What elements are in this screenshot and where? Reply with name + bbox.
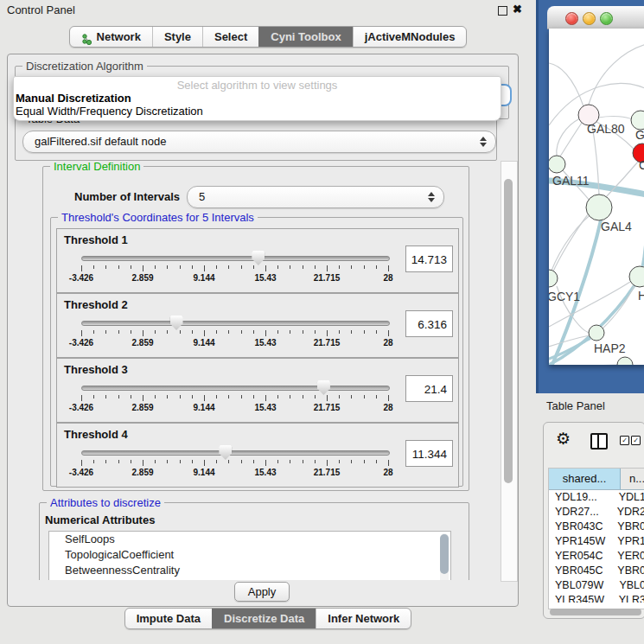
table-data-combobox[interactable]: galFiltered.sif default node <box>22 131 496 153</box>
network-edge[interactable] <box>549 282 630 327</box>
column-header-name[interactable]: n... <box>621 469 644 489</box>
minimize-traffic-light-icon[interactable] <box>583 12 596 25</box>
slider-track[interactable] <box>81 321 390 326</box>
tab-network[interactable]: Network <box>70 27 152 47</box>
slider-tick <box>228 330 229 334</box>
gear-icon[interactable]: ⚙ <box>556 430 571 449</box>
threshold-value-field[interactable]: 14.713 <box>405 245 453 272</box>
panel-scrollbar[interactable] <box>501 161 518 582</box>
network-edge[interactable] <box>549 63 583 106</box>
network-edge[interactable] <box>557 118 580 156</box>
network-canvas[interactable]: GAL80GACGAL11GAL4GCY1HHAP2 <box>549 29 644 365</box>
table-row[interactable]: YDL19...YDL1 <box>549 490 644 505</box>
slider-track[interactable] <box>81 256 390 261</box>
table-row[interactable]: YDR27...YDR2 <box>549 505 644 520</box>
slider-tick <box>118 460 119 463</box>
slider-tick <box>180 460 181 463</box>
select-all-checkbox-icon[interactable]: ✓ <box>620 436 629 445</box>
slider-thumb[interactable] <box>252 251 265 265</box>
slider-tick-label: 2.859 <box>131 403 153 412</box>
threshold-value-field[interactable]: 21.4 <box>405 375 453 402</box>
slider-tick <box>155 265 156 269</box>
number-of-intervals-combobox[interactable]: 5 <box>187 186 444 208</box>
network-edge[interactable] <box>598 117 632 119</box>
network-node-ga[interactable] <box>631 111 644 130</box>
close-icon[interactable]: ✖ <box>513 3 522 16</box>
number-of-intervals-label: Number of Intervals <box>74 190 180 203</box>
tab-jactivemnodules[interactable]: jActiveMNodules <box>353 27 467 47</box>
slider-track[interactable] <box>81 386 390 391</box>
slider-tick <box>290 330 290 334</box>
threshold-label: Threshold 4 <box>64 428 128 441</box>
table-panel: ⚙ ✓ ✓ shared... n... YDL19...YDL1YDR27..… <box>543 422 644 619</box>
select-none-checkbox-icon[interactable]: ✓ <box>631 436 641 445</box>
table-row[interactable]: YBR045CYBR0 <box>549 564 644 578</box>
threshold-value-field[interactable]: 11.344 <box>405 440 453 467</box>
network-edge[interactable] <box>552 214 588 273</box>
slider-tick-label: 9.144 <box>193 468 214 477</box>
number-of-intervals-value: 5 <box>199 190 205 203</box>
split-columns-icon[interactable] <box>590 433 608 450</box>
slider-thumb[interactable] <box>317 380 330 395</box>
column-header-shared-name[interactable]: shared... <box>549 469 621 489</box>
bottom-tab-infer-network[interactable]: Infer Network <box>316 609 411 628</box>
slider-tick <box>315 460 316 463</box>
slider-tick-label: -3.426 <box>69 403 93 412</box>
slider-tick <box>388 395 389 401</box>
network-node-gal11[interactable] <box>549 156 565 173</box>
dropdown-item-manual[interactable]: Manual Discretization <box>16 92 131 105</box>
network-node-hap2[interactable] <box>589 325 604 341</box>
slider-tick <box>253 330 254 334</box>
table-row[interactable]: YBL079WYBL0 <box>549 578 644 593</box>
slider-tick <box>131 330 131 334</box>
network-node-gal4[interactable] <box>586 194 612 220</box>
table-horizontal-scrollbar[interactable] <box>550 609 641 615</box>
panel-scrollbar-thumb[interactable] <box>504 179 513 483</box>
network-edge[interactable] <box>589 44 644 105</box>
cell-name: YBR0 <box>615 520 644 534</box>
cell-name: YLR3 <box>616 593 644 603</box>
close-traffic-light-icon[interactable] <box>565 12 578 25</box>
dropdown-item-equal-width[interactable]: Equal Width/Frequency Discretization <box>16 105 203 118</box>
table-row[interactable]: YLR345WYLR3 <box>549 593 644 603</box>
control-panel-titlebar: Control Panel ✖ <box>0 0 536 21</box>
attribute-list-item[interactable]: TopologicalCoefficient <box>49 547 450 563</box>
float-window-icon[interactable] <box>498 6 507 16</box>
zoom-traffic-light-icon[interactable] <box>600 12 613 25</box>
table-row[interactable]: YPR145WYPR1 <box>549 534 644 549</box>
list-scrollbar[interactable] <box>440 533 449 580</box>
slider-track[interactable] <box>81 450 390 456</box>
table-row[interactable]: YBR043CYBR0 <box>549 520 644 534</box>
bottom-tab-discretize-data[interactable]: Discretize Data <box>212 609 316 628</box>
table-row[interactable]: YER054CYER0 <box>549 549 644 564</box>
slider-tick <box>180 330 181 334</box>
slider-tick-label: 15.43 <box>254 338 276 348</box>
network-edge-thick[interactable] <box>549 339 590 359</box>
slider-thumb[interactable] <box>170 316 183 330</box>
slider-tick <box>155 395 156 399</box>
slider-tick <box>192 395 193 399</box>
slider-tick-label: 21.715 <box>314 273 341 283</box>
apply-button[interactable]: Apply <box>234 582 290 602</box>
slider-tick <box>315 330 316 334</box>
slider-tick <box>167 460 168 463</box>
bottom-tab-impute-data[interactable]: Impute Data <box>125 609 212 628</box>
slider-tick <box>376 330 377 334</box>
slider-tick <box>351 265 352 269</box>
attribute-list-item[interactable]: BetweennessCentrality <box>49 563 450 578</box>
network-edge[interactable] <box>560 123 582 156</box>
numerical-attributes-list[interactable]: SelfLoopsTopologicalCoefficientBetweenne… <box>48 531 451 580</box>
network-node-h[interactable] <box>629 266 644 287</box>
tab-select[interactable]: Select <box>202 27 258 47</box>
slider-tick-label: 9.144 <box>193 403 214 412</box>
network-node[interactable] <box>617 357 633 365</box>
slider-tick <box>265 395 266 401</box>
threshold-value-field[interactable]: 6.316 <box>405 310 453 337</box>
tab-cyni-toolbox[interactable]: Cyni Toolbox <box>258 27 352 47</box>
slider-tick <box>241 460 242 463</box>
slider-tick <box>265 265 266 271</box>
slider-thumb[interactable] <box>219 445 232 460</box>
tab-style[interactable]: Style <box>152 27 202 47</box>
network-node-gcy1[interactable] <box>549 270 558 287</box>
attribute-list-item[interactable]: SelfLoops <box>49 532 450 547</box>
